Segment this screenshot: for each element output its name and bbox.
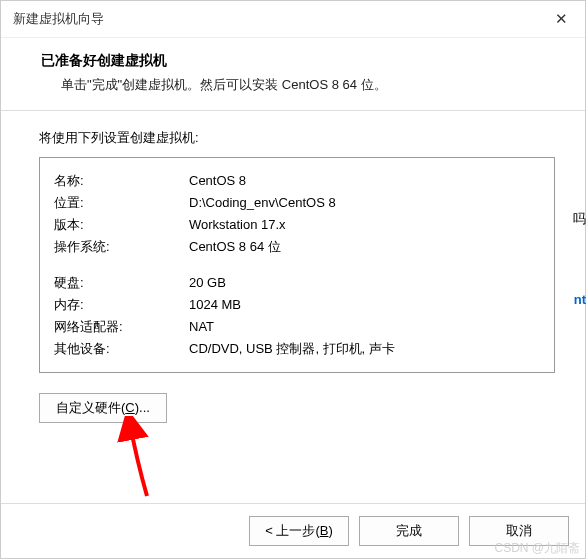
- row-val: CentOS 8: [189, 170, 540, 192]
- row-key: 版本:: [54, 214, 189, 236]
- row-key: 内存:: [54, 294, 189, 316]
- row-key: 名称:: [54, 170, 189, 192]
- table-row: 操作系统: CentOS 8 64 位: [54, 236, 540, 258]
- settings-intro: 将使用下列设置创建虚拟机:: [39, 129, 555, 147]
- bg-fragment: nt: [574, 292, 586, 307]
- table-row: 内存: 1024 MB: [54, 294, 540, 316]
- table-row: 名称: CentOS 8: [54, 170, 540, 192]
- bg-fragment: 吗: [573, 210, 586, 228]
- row-key: 操作系统:: [54, 236, 189, 258]
- row-key: 硬盘:: [54, 272, 189, 294]
- row-val: 20 GB: [189, 272, 540, 294]
- table-row: 版本: Workstation 17.x: [54, 214, 540, 236]
- row-val: CD/DVD, USB 控制器, 打印机, 声卡: [189, 338, 540, 360]
- back-button[interactable]: < 上一步(B): [249, 516, 349, 546]
- btn-text-post: )...: [135, 400, 150, 415]
- row-val: CentOS 8 64 位: [189, 236, 540, 258]
- table-row: 其他设备: CD/DVD, USB 控制器, 打印机, 声卡: [54, 338, 540, 360]
- row-key: 位置:: [54, 192, 189, 214]
- btn-text-pre: < 上一步(: [265, 523, 320, 538]
- titlebar: 新建虚拟机向导 ✕: [1, 1, 585, 38]
- content-area: 将使用下列设置创建虚拟机: 名称: CentOS 8 位置: D:\Coding…: [1, 111, 585, 503]
- wizard-dialog: 新建虚拟机向导 ✕ 已准备好创建虚拟机 单击"完成"创建虚拟机。然后可以安装 C…: [0, 0, 586, 559]
- footer-buttons: < 上一步(B) 完成 取消: [1, 503, 585, 558]
- row-val: 1024 MB: [189, 294, 540, 316]
- shortcut-key: C: [125, 400, 134, 415]
- header-title: 已准备好创建虚拟机: [41, 52, 555, 70]
- row-key: 其他设备:: [54, 338, 189, 360]
- row-key: 网络适配器:: [54, 316, 189, 338]
- finish-button[interactable]: 完成: [359, 516, 459, 546]
- row-val: NAT: [189, 316, 540, 338]
- table-row: 网络适配器: NAT: [54, 316, 540, 338]
- cancel-button[interactable]: 取消: [469, 516, 569, 546]
- close-icon[interactable]: ✕: [547, 9, 575, 29]
- table-row: 位置: D:\Coding_env\CentOS 8: [54, 192, 540, 214]
- header-subtitle: 单击"完成"创建虚拟机。然后可以安装 CentOS 8 64 位。: [41, 76, 555, 94]
- row-val: D:\Coding_env\CentOS 8: [189, 192, 540, 214]
- wizard-header: 已准备好创建虚拟机 单击"完成"创建虚拟机。然后可以安装 CentOS 8 64…: [1, 38, 585, 111]
- window-title: 新建虚拟机向导: [13, 10, 104, 28]
- table-row: 硬盘: 20 GB: [54, 272, 540, 294]
- row-val: Workstation 17.x: [189, 214, 540, 236]
- settings-summary-box: 名称: CentOS 8 位置: D:\Coding_env\CentOS 8 …: [39, 157, 555, 373]
- customize-hardware-button[interactable]: 自定义硬件(C)...: [39, 393, 167, 423]
- btn-text-post: ): [328, 523, 332, 538]
- btn-text-pre: 自定义硬件(: [56, 400, 125, 415]
